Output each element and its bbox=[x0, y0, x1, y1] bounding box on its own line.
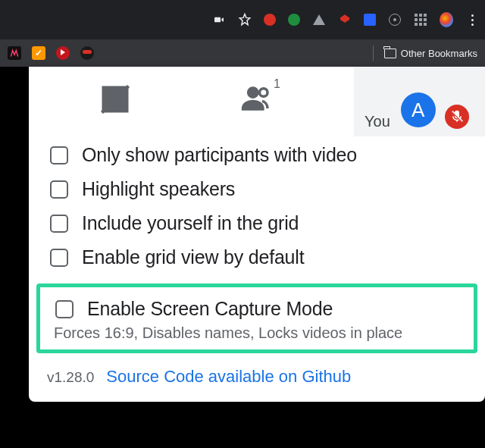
option-enable-default[interactable]: Enable grid view by default bbox=[50, 240, 464, 274]
avatar: A bbox=[401, 92, 436, 127]
extension-icon-bulb[interactable] bbox=[388, 13, 402, 27]
apps-grid-icon[interactable] bbox=[414, 13, 427, 27]
chrome-menu-icon[interactable] bbox=[465, 13, 479, 27]
source-code-link[interactable]: Source Code available on Github bbox=[106, 367, 351, 387]
extension-icon-superman[interactable] bbox=[338, 13, 352, 27]
drive-icon[interactable] bbox=[312, 13, 326, 27]
bookmark-item-orange[interactable]: ✓ bbox=[32, 46, 45, 60]
other-bookmarks-label: Other Bookmarks bbox=[401, 48, 477, 59]
svg-point-7 bbox=[248, 87, 258, 98]
extension-icon-green[interactable] bbox=[288, 14, 300, 26]
option-description: Forces 16:9, Disables names, Locks video… bbox=[46, 323, 468, 343]
extension-icon-red[interactable] bbox=[264, 14, 276, 26]
camera-icon[interactable] bbox=[212, 13, 226, 27]
option-include-yourself[interactable]: Include yourself in the grid bbox=[50, 206, 464, 240]
option-label: Only show participants with video bbox=[82, 144, 357, 166]
checkbox[interactable] bbox=[55, 300, 74, 318]
checkbox[interactable] bbox=[50, 215, 68, 233]
option-label: Enable grid view by default bbox=[82, 246, 304, 268]
tab-people[interactable]: 1 bbox=[186, 67, 327, 132]
profile-avatar-icon[interactable] bbox=[440, 13, 453, 27]
checkbox[interactable] bbox=[50, 146, 68, 164]
svg-point-8 bbox=[259, 89, 268, 97]
extension-icons-row bbox=[212, 13, 479, 27]
bookmark-item-dark[interactable] bbox=[80, 46, 94, 60]
option-screen-capture-mode[interactable]: Enable Screen Capture Mode bbox=[46, 295, 468, 323]
checkbox[interactable] bbox=[50, 180, 68, 199]
svg-rect-0 bbox=[214, 17, 221, 23]
version-label: v1.28.0 bbox=[47, 369, 94, 386]
mic-muted-icon[interactable] bbox=[445, 105, 469, 129]
option-highlight-speakers[interactable]: Highlight speakers bbox=[50, 172, 464, 206]
extension-icon-blue[interactable] bbox=[364, 14, 376, 26]
option-label: Enable Screen Capture Mode bbox=[87, 298, 333, 320]
folder-icon bbox=[384, 49, 396, 58]
highlighted-option-box: Enable Screen Capture Mode Forces 16:9, … bbox=[36, 284, 477, 353]
other-bookmarks-button[interactable]: Other Bookmarks bbox=[384, 48, 477, 59]
options-list: Only show participants with video Highli… bbox=[29, 132, 485, 274]
bookmark-item-youtube[interactable] bbox=[56, 46, 70, 60]
checkbox[interactable] bbox=[50, 249, 68, 267]
browser-toolbar bbox=[0, 0, 485, 39]
bookmark-item-myntra[interactable] bbox=[8, 46, 21, 60]
people-count: 1 bbox=[274, 77, 280, 91]
you-label: You bbox=[365, 113, 390, 130]
option-label: Include yourself in the grid bbox=[82, 212, 299, 234]
bookmarks-separator bbox=[373, 45, 374, 61]
option-only-show-video[interactable]: Only show participants with video bbox=[50, 138, 464, 172]
grid-view-settings-panel: 1 You A Only show participants with vide… bbox=[29, 67, 485, 402]
tab-grid-layout[interactable] bbox=[44, 67, 186, 132]
self-video-tile[interactable]: You A bbox=[354, 67, 485, 136]
bookmarks-bar: ✓ Other Bookmarks bbox=[0, 39, 485, 67]
star-icon[interactable] bbox=[238, 13, 252, 27]
option-label: Highlight speakers bbox=[82, 178, 235, 200]
panel-footer: v1.28.0 Source Code available on Github bbox=[29, 353, 485, 387]
